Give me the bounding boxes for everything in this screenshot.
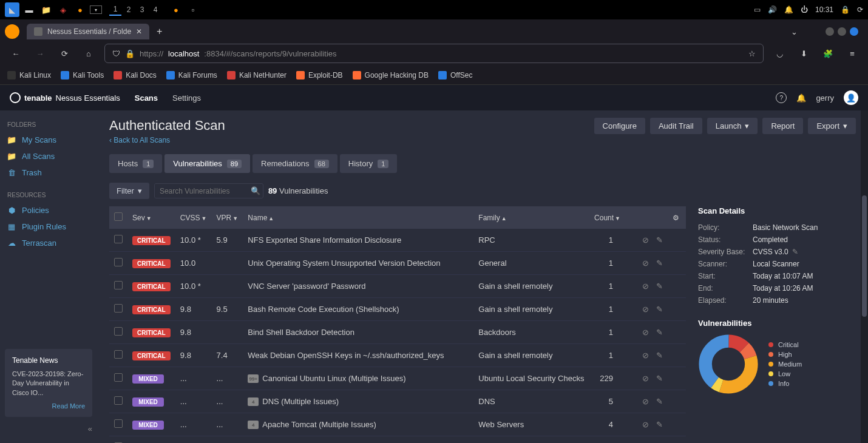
notifications-icon[interactable]: 🔔 [784, 5, 793, 14]
sidebar-item-my-scans[interactable]: 📁My Scans [0, 132, 97, 148]
bookmark-offsec[interactable]: OffSec [438, 71, 472, 79]
filter-button[interactable]: Filter ▾ [109, 183, 149, 199]
session-icon[interactable]: ⟳ [857, 5, 863, 14]
status-icon[interactable]: ⊘ [642, 420, 649, 429]
table-row[interactable]: CRITICAL......2SSL (Multiple Issues)Gain… [109, 436, 686, 444]
tabs-dropdown-icon[interactable]: ⌄ [791, 27, 798, 36]
row-checkbox[interactable] [114, 327, 123, 336]
col-vpr[interactable]: VPR▼ [212, 206, 243, 229]
tab-vulnerabilities[interactable]: Vulnerabilities89 [164, 154, 250, 173]
legend-item-high[interactable]: High [768, 350, 802, 359]
edit-icon[interactable]: ✎ [656, 420, 663, 429]
terminal-icon[interactable]: ▬ [22, 2, 36, 17]
scrollbar-thumb[interactable] [862, 195, 867, 317]
edit-icon[interactable]: ✎ [656, 235, 663, 245]
legend-item-info[interactable]: Info [768, 379, 802, 388]
sidebar-item-policies[interactable]: ⬢Policies [0, 202, 97, 218]
status-icon[interactable]: ⊘ [642, 305, 649, 314]
tab-close-icon[interactable]: ✕ [136, 27, 142, 36]
workspace-3[interactable]: 3 [136, 4, 148, 16]
forward-button[interactable]: → [32, 45, 49, 62]
reload-button[interactable]: ⟳ [56, 45, 73, 62]
username[interactable]: gerry [816, 93, 834, 103]
search-input[interactable] [160, 187, 251, 195]
report-button[interactable]: Report [762, 118, 803, 134]
sidebar-item-terrascan[interactable]: ☁Terrascan [0, 235, 97, 251]
status-icon[interactable]: ⊘ [642, 282, 649, 291]
status-icon[interactable]: ⊘ [642, 328, 649, 337]
tab-hosts[interactable]: Hosts1 [109, 154, 162, 173]
row-checkbox[interactable] [114, 350, 123, 359]
sidebar-item-trash[interactable]: 🗑Trash [0, 164, 97, 181]
downloads-icon[interactable]: ⬇ [795, 45, 812, 62]
edit-icon[interactable]: ✎ [792, 248, 798, 256]
terminal2-icon[interactable]: ▾ [90, 5, 102, 14]
col-name[interactable]: Name▲ [243, 206, 473, 229]
back-button[interactable]: ← [7, 45, 24, 62]
sidebar-item-all-scans[interactable]: 📁All Scans [0, 148, 97, 164]
app-logo[interactable]: tenable Nessus Essentials [10, 92, 120, 103]
firefox-icon[interactable]: ● [73, 2, 87, 17]
alerts-icon[interactable]: 🔔 [796, 93, 806, 103]
audit-trail-button[interactable]: Audit Trail [650, 118, 702, 134]
table-row[interactable]: MIXED......4Apache Tomcat (Multiple Issu… [109, 413, 686, 436]
table-row[interactable]: CRITICAL9.8Bind Shell Backdoor Detection… [109, 321, 686, 344]
bookmark-kali-forums[interactable]: Kali Forums [166, 71, 217, 79]
search-icon[interactable]: 🔍 [251, 186, 260, 195]
bookmark-kali-nethunter[interactable]: Kali NetHunter [227, 71, 287, 79]
news-read-more-link[interactable]: Read More [12, 402, 85, 410]
legend-item-critical[interactable]: Critical [768, 340, 802, 350]
volume-icon[interactable]: 🔊 [768, 5, 777, 14]
status-icon[interactable]: ⊘ [642, 374, 649, 383]
monitor-icon[interactable]: ▭ [754, 5, 761, 14]
help-icon[interactable]: ? [776, 92, 787, 103]
gear-icon[interactable]: ⚙ [668, 206, 686, 229]
edit-icon[interactable]: ✎ [656, 351, 663, 360]
extensions-icon[interactable]: 🧩 [819, 45, 836, 62]
menu-icon[interactable]: ≡ [844, 45, 861, 62]
table-row[interactable]: CRITICAL10.0 *VNC Server 'password' Pass… [109, 275, 686, 298]
edit-icon[interactable]: ✎ [656, 282, 663, 291]
back-link[interactable]: ‹ Back to All Scans [109, 136, 225, 144]
edit-icon[interactable]: ✎ [656, 259, 663, 268]
row-checkbox[interactable] [114, 258, 123, 266]
bookmark-kali-tools[interactable]: Kali Tools [61, 71, 104, 79]
lock-icon[interactable]: 🔒 [125, 49, 135, 58]
edit-icon[interactable]: ✎ [656, 374, 663, 383]
lock-icon[interactable]: 🔒 [841, 5, 850, 14]
tab-remediations[interactable]: Remediations68 [253, 154, 337, 173]
kali-menu-icon[interactable]: ◣ [5, 2, 19, 17]
table-row[interactable]: MIXED......99+Canonical Ubuntu Linux (Mu… [109, 367, 686, 390]
col-family[interactable]: Family▲ [473, 206, 589, 229]
nav-scans[interactable]: Scans [135, 93, 158, 103]
row-checkbox[interactable] [114, 373, 123, 382]
row-checkbox[interactable] [114, 281, 123, 289]
sidebar-collapse-icon[interactable]: « [0, 422, 97, 436]
workspace-4[interactable]: 4 [149, 4, 161, 16]
edit-icon[interactable]: ✎ [656, 305, 663, 314]
browser-tab[interactable]: Nessus Essentials / Folde ✕ [27, 24, 149, 39]
configure-button[interactable]: Configure [594, 118, 645, 134]
bookmark-kali-docs[interactable]: Kali Docs [114, 71, 157, 79]
bookmark-google-hacking-db[interactable]: Google Hacking DB [353, 71, 429, 79]
nav-settings[interactable]: Settings [172, 93, 201, 103]
firefox-running-icon[interactable]: ● [169, 2, 183, 17]
shield-icon[interactable]: 🛡 [112, 49, 120, 58]
select-all-checkbox[interactable] [114, 212, 123, 221]
edit-icon[interactable]: ✎ [656, 397, 663, 406]
row-checkbox[interactable] [114, 419, 123, 428]
table-row[interactable]: CRITICAL9.89.5Bash Remote Code Execution… [109, 298, 686, 321]
close-window-icon[interactable] [850, 27, 858, 36]
col-cvss[interactable]: CVSS▼ [175, 206, 212, 229]
table-row[interactable]: CRITICAL10.0 *5.9NFS Exported Share Info… [109, 229, 686, 252]
files-icon[interactable]: 📁 [39, 2, 53, 17]
bookmark-star-icon[interactable]: ☆ [748, 49, 756, 58]
power-icon[interactable]: ⏻ [801, 5, 808, 14]
workspace-1[interactable]: 1 [109, 4, 121, 16]
maximize-icon[interactable] [838, 27, 846, 36]
minimize-icon[interactable] [826, 27, 834, 36]
col-count[interactable]: Count▼ [589, 206, 625, 229]
pocket-icon[interactable]: ◡ [771, 45, 788, 62]
row-checkbox[interactable] [114, 396, 123, 405]
home-button[interactable]: ⌂ [80, 45, 97, 62]
